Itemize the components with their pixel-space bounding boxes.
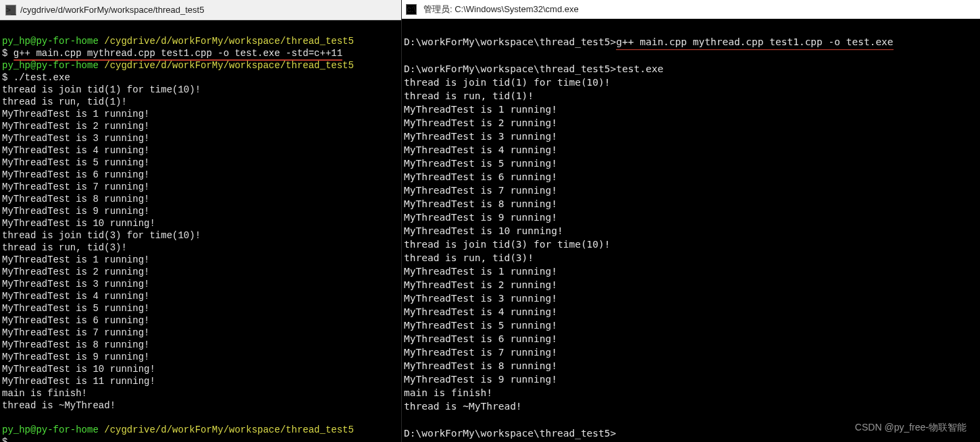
out: thread is join tid(1) for time(10)! (404, 77, 611, 88)
cmd-run: test.exe (616, 63, 663, 74)
out: MyThreadTest is 2 running! (404, 117, 557, 128)
prompt-sym: $ (2, 437, 14, 442)
prompt: D:\workForMy\workspace\thread_test5> (404, 428, 616, 439)
out: MyThreadTest is 2 running! (404, 279, 557, 290)
out: MyThreadTest is 4 running! (404, 306, 557, 317)
out: MyThreadTest is 11 running! (2, 376, 155, 387)
out: MyThreadTest is 1 running! (2, 109, 149, 119)
out: main is finish! (2, 388, 87, 399)
prompt: D:\workForMy\workspace\thread_test5> (404, 36, 616, 47)
out: thread is ~MyThread! (2, 400, 115, 411)
cmd-window: c:\ 管理员: C:\Windows\System32\cmd.exe D:\… (402, 0, 980, 442)
out: MyThreadTest is 10 running! (2, 364, 155, 375)
out: MyThreadTest is 7 running! (404, 347, 557, 358)
csdn-watermark: CSDN @py_free-物联智能 (855, 420, 966, 434)
out: MyThreadTest is 3 running! (2, 133, 149, 144)
cmd-compile: g++ main.cpp mythread.cpp test1.cpp -o t… (14, 47, 342, 59)
out: MyThreadTest is 3 running! (404, 131, 557, 142)
cygwin-title: /cygdrive/d/workForMy/workspace/thread_t… (20, 5, 204, 15)
terminal-icon: >_ (5, 5, 16, 16)
cmd-icon: c:\ (406, 4, 417, 15)
out: MyThreadTest is 6 running! (2, 315, 149, 326)
prompt-user: py_hp@py-for-home (2, 36, 99, 47)
prompt-user: py_hp@py-for-home (2, 424, 99, 435)
out: MyThreadTest is 4 running! (2, 291, 149, 302)
out: thread is join tid(3) for time(10)! (2, 230, 201, 241)
out: main is finish! (404, 387, 492, 398)
cmd-run: ./test.exe (14, 72, 70, 83)
out: MyThreadTest is 9 running! (404, 374, 557, 385)
cmd-titlebar[interactable]: c:\ 管理员: C:\Windows\System32\cmd.exe (402, 0, 980, 19)
prompt-cwd: /cygdrive/d/workForMy/workspace/thread_t… (104, 60, 354, 71)
out: thread is run, tid(3)! (404, 252, 534, 263)
out: MyThreadTest is 8 running! (2, 194, 149, 204)
out: MyThreadTest is 6 running! (404, 333, 557, 344)
prompt: D:\workForMy\workspace\thread_test5> (404, 63, 616, 74)
cygwin-window: >_ /cygdrive/d/workForMy/workspace/threa… (0, 0, 402, 442)
prompt-cwd: /cygdrive/d/workForMy/workspace/thread_t… (104, 36, 354, 47)
prompt-sym: $ (2, 48, 14, 59)
out: MyThreadTest is 7 running! (404, 185, 557, 196)
out: MyThreadTest is 9 running! (2, 352, 149, 362)
out: MyThreadTest is 6 running! (404, 171, 557, 182)
out: MyThreadTest is 4 running! (2, 145, 149, 156)
out: MyThreadTest is 1 running! (404, 104, 557, 115)
out: MyThreadTest is 10 running! (404, 225, 563, 236)
out: MyThreadTest is 8 running! (404, 198, 557, 209)
cygwin-titlebar[interactable]: >_ /cygdrive/d/workForMy/workspace/threa… (0, 0, 401, 20)
out: thread is run, tid(3)! (2, 242, 127, 253)
out: MyThreadTest is 4 running! (404, 144, 557, 155)
prompt-user: py_hp@py-for-home (2, 60, 99, 71)
out: MyThreadTest is 2 running! (2, 121, 149, 132)
out: MyThreadTest is 5 running! (404, 320, 557, 331)
out: thread is join tid(3) for time(10)! (404, 239, 611, 250)
out: MyThreadTest is 8 running! (2, 339, 149, 350)
out: MyThreadTest is 2 running! (2, 267, 149, 277)
out: thread is join tid(1) for time(10)! (2, 84, 201, 95)
out: MyThreadTest is 9 running! (2, 206, 149, 217)
out: MyThreadTest is 7 running! (2, 327, 149, 338)
out: MyThreadTest is 5 running! (404, 158, 557, 169)
out: MyThreadTest is 5 running! (2, 303, 149, 314)
out: MyThreadTest is 5 running! (2, 157, 149, 168)
cygwin-terminal[interactable]: py_hp@py-for-home /cygdrive/d/workForMy/… (0, 34, 401, 442)
cmd-terminal[interactable]: D:\workForMy\workspace\thread_test5>g++ … (402, 19, 980, 442)
prompt-cwd: /cygdrive/d/workForMy/workspace/thread_t… (104, 424, 354, 435)
window-gap (0, 20, 401, 34)
prompt-sym: $ (2, 72, 14, 83)
out: thread is run, tid(1)! (404, 90, 534, 101)
out: MyThreadTest is 1 running! (404, 266, 557, 277)
out: MyThreadTest is 8 running! (404, 360, 557, 371)
out: MyThreadTest is 3 running! (2, 279, 149, 289)
out: MyThreadTest is 7 running! (2, 182, 149, 192)
out: thread is ~MyThread! (404, 401, 522, 412)
out: thread is run, tid(1)! (2, 96, 127, 107)
cmd-title: 管理员: C:\Windows\System32\cmd.exe (423, 3, 579, 16)
out: MyThreadTest is 9 running! (404, 212, 557, 223)
out: MyThreadTest is 10 running! (2, 218, 155, 229)
out: MyThreadTest is 1 running! (2, 254, 149, 265)
out: MyThreadTest is 3 running! (404, 293, 557, 304)
cmd-compile: g++ main.cpp mythread.cpp test1.cpp -o t… (616, 35, 893, 49)
out: MyThreadTest is 6 running! (2, 169, 149, 180)
